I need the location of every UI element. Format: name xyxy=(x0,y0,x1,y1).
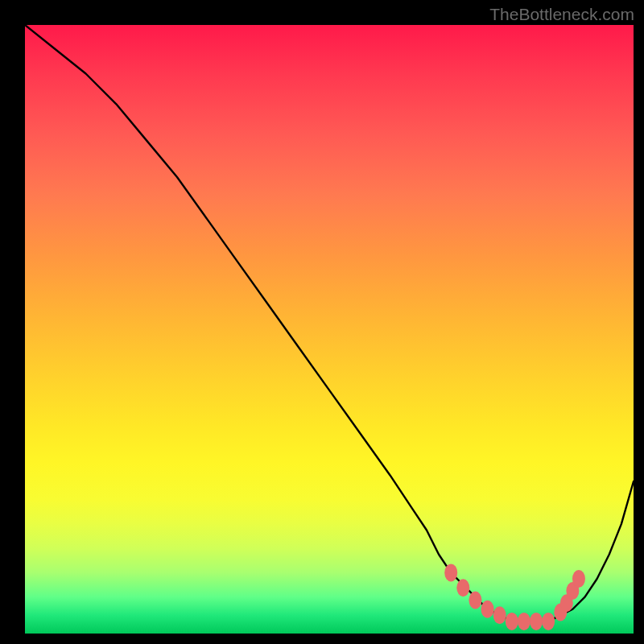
chart-container xyxy=(25,25,634,634)
bottleneck-curve-line xyxy=(25,25,634,621)
marker-dot xyxy=(506,613,518,630)
marker-dot xyxy=(481,601,494,618)
marker-dot xyxy=(518,613,530,630)
chart-svg xyxy=(25,25,634,634)
marker-dot xyxy=(542,613,555,630)
marker-dot xyxy=(530,613,543,630)
watermark-text: TheBottleneck.com xyxy=(489,5,634,24)
marker-dot xyxy=(444,564,457,581)
marker-dot xyxy=(456,579,469,597)
marker-dot xyxy=(572,570,585,588)
marker-dot xyxy=(493,606,506,624)
marker-dot xyxy=(469,591,481,609)
highlight-markers xyxy=(444,564,585,630)
